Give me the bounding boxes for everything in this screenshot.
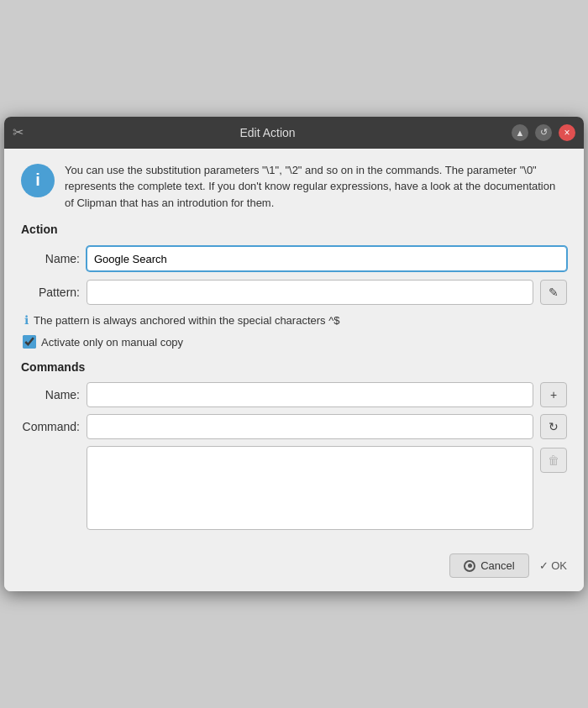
action-section-header: Action bbox=[21, 223, 567, 236]
name-label: Name: bbox=[21, 252, 80, 265]
window-title: Edit Action bbox=[24, 126, 512, 139]
command-label: Command: bbox=[21, 420, 80, 433]
commands-list[interactable] bbox=[87, 446, 533, 530]
edit-pattern-button[interactable]: ✎ bbox=[540, 280, 567, 305]
edit-icon: ✎ bbox=[549, 286, 559, 299]
command-name-row: Name: + bbox=[21, 382, 567, 407]
add-command-button[interactable]: + bbox=[540, 382, 567, 407]
cancel-button[interactable]: Cancel bbox=[449, 553, 528, 578]
add-icon: + bbox=[550, 388, 557, 401]
cancel-label: Cancel bbox=[480, 559, 514, 572]
manual-copy-label: Activate only on manual copy bbox=[41, 336, 183, 349]
window-controls: ▲ ↺ × bbox=[512, 124, 575, 141]
commands-section-header: Commands bbox=[21, 360, 567, 374]
command-name-input[interactable] bbox=[87, 382, 533, 407]
commands-section: Commands Name: + Command: ↻ bbox=[21, 360, 567, 530]
delete-command-button[interactable]: 🗑 bbox=[540, 448, 567, 473]
ok-button[interactable]: ✓ OK bbox=[539, 559, 567, 572]
ok-label: ✓ OK bbox=[539, 559, 567, 572]
pattern-input[interactable] bbox=[87, 280, 533, 305]
action-name-input[interactable] bbox=[87, 246, 567, 271]
commands-list-area: 🗑 bbox=[21, 446, 567, 530]
info-text: You can use the substitution parameters … bbox=[65, 162, 567, 212]
close-button[interactable]: × bbox=[559, 124, 575, 141]
command-row: Command: ↻ bbox=[21, 414, 567, 439]
name-row: Name: bbox=[21, 246, 567, 271]
delete-icon: 🗑 bbox=[548, 454, 559, 467]
action-section: Action Name: Pattern: ✎ ℹ The pattern is… bbox=[21, 223, 567, 349]
maximize-button[interactable]: ↺ bbox=[535, 124, 552, 141]
pattern-label: Pattern: bbox=[21, 286, 80, 299]
hint-icon: ℹ bbox=[24, 313, 29, 327]
command-name-label: Name: bbox=[21, 388, 80, 401]
edit-action-dialog: ✂ Edit Action ▲ ↺ × i You can use the su… bbox=[4, 117, 584, 592]
dialog-footer: Cancel ✓ OK bbox=[4, 543, 584, 591]
info-icon: i bbox=[21, 164, 55, 197]
command-input[interactable] bbox=[87, 414, 533, 439]
titlebar: ✂ Edit Action ▲ ↺ × bbox=[4, 117, 584, 149]
minimize-button[interactable]: ▲ bbox=[512, 124, 528, 141]
info-box: i You can use the substitution parameter… bbox=[21, 162, 567, 212]
cancel-icon bbox=[464, 560, 475, 572]
refresh-icon: ↻ bbox=[549, 420, 559, 433]
manual-copy-checkbox[interactable] bbox=[23, 335, 36, 349]
commands-list-actions: 🗑 bbox=[540, 446, 567, 473]
pattern-hint-text: The pattern is always anchored within th… bbox=[34, 314, 340, 327]
pattern-hint-row: ℹ The pattern is always anchored within … bbox=[21, 313, 567, 327]
dialog-content: i You can use the substitution parameter… bbox=[4, 149, 584, 544]
refresh-command-button[interactable]: ↻ bbox=[540, 414, 567, 439]
pattern-row: Pattern: ✎ bbox=[21, 280, 567, 305]
manual-copy-row: Activate only on manual copy bbox=[21, 335, 567, 349]
app-icon: ✂ bbox=[13, 124, 24, 140]
